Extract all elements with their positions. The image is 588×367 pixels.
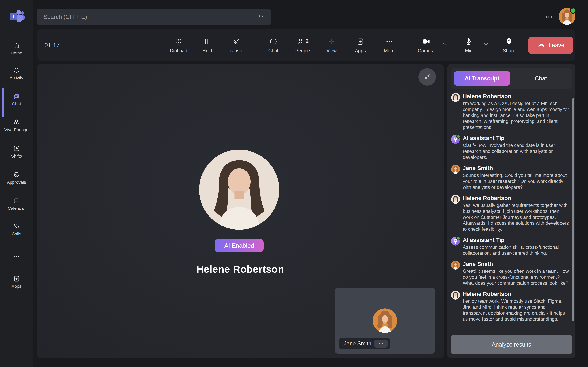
- share-button[interactable]: Share: [495, 29, 523, 61]
- toolbar-button-transfer[interactable]: Transfer: [223, 29, 250, 61]
- message-avatar: [451, 237, 460, 246]
- message-avatar: [451, 195, 460, 204]
- pause-icon: [203, 37, 212, 46]
- grid-icon: [327, 37, 336, 46]
- tab-chat[interactable]: Chat: [513, 71, 569, 86]
- hangup-icon: [537, 41, 546, 50]
- user-avatar[interactable]: [559, 8, 575, 25]
- toolbar-button-label: People: [295, 48, 310, 53]
- sidebar-item-label: Home: [11, 51, 22, 56]
- sidebar-item-label: Chat: [12, 101, 21, 106]
- transcript-message: Helene Robertson I'm working as a UX/UI …: [451, 93, 570, 130]
- sidebar-item-label: Shifts: [11, 154, 22, 158]
- message-avatar: [451, 135, 460, 144]
- mic-options-chevron-down-icon[interactable]: [482, 40, 490, 49]
- toolbar-button-more[interactable]: More: [375, 29, 403, 61]
- svg-text:T: T: [12, 13, 15, 19]
- leave-button[interactable]: Leave: [528, 37, 573, 54]
- panel-tabs: AI Transcript Chat: [451, 68, 572, 89]
- sidebar-item-shifts[interactable]: Shifts: [0, 145, 33, 166]
- toolbar-button-label: Dial pad: [170, 48, 187, 53]
- calendar-icon: [13, 197, 20, 204]
- toolbar-button-view[interactable]: View: [318, 29, 345, 61]
- collapse-view-button[interactable]: [418, 68, 436, 86]
- teams-app-window: T HomeActivityChatViva EngageShiftsAppro…: [0, 0, 588, 367]
- camera-options-chevron-down-icon[interactable]: [441, 40, 450, 49]
- message-text: Clarify how involved the candidate is in…: [463, 142, 570, 160]
- pip-avatar: [373, 309, 397, 333]
- people-icon: 2: [297, 37, 309, 46]
- sidebar-item-apps[interactable]: Apps: [0, 275, 33, 297]
- dialpad-icon: [174, 37, 183, 46]
- apps-icon: [13, 275, 20, 283]
- toolbar-divider: [255, 36, 255, 54]
- ai-enabled-badge: AI Enabled: [215, 239, 264, 252]
- teams-logo-icon[interactable]: T: [9, 9, 25, 24]
- mic-label: Mic: [465, 48, 472, 53]
- sidebar-item-viva-engage[interactable]: Viva Engage: [0, 118, 33, 140]
- home-icon: [13, 42, 20, 49]
- toolbar-button-apps[interactable]: Apps: [346, 29, 374, 61]
- pip-tile: Jane Smith: [335, 288, 435, 354]
- active-item-indicator: [2, 87, 4, 117]
- tab-ai-transcript[interactable]: AI Transcript: [454, 71, 510, 86]
- speaker-name: Jane Smith: [463, 165, 570, 172]
- transcript-message: Helene Robertson I enjoy teamwork. We mo…: [451, 291, 570, 322]
- transcript-message: Jane Smith Sounds interesting. Could you…: [451, 165, 570, 190]
- speaker-name: Helene Robertson: [463, 93, 570, 100]
- transcript-message: Helene Robertson Yes, we usually gather …: [451, 195, 570, 232]
- ellipsis-icon: [377, 340, 384, 347]
- message-text: Assess communication skills, cross-funct…: [463, 244, 570, 256]
- app-sidebar: T HomeActivityChatViva EngageShiftsAppro…: [0, 0, 33, 367]
- viva-engage-icon: [13, 118, 20, 126]
- mic-icon: [464, 37, 473, 46]
- toolbar-button-chat[interactable]: Chat: [259, 29, 287, 61]
- toolbar-button-label: More: [384, 48, 395, 53]
- message-text: Yes, we usually gather requirements toge…: [463, 202, 570, 232]
- leave-label: Leave: [548, 42, 564, 49]
- toolbar-button-label: Chat: [268, 48, 278, 53]
- message-text: Sounds interesting. Could you tell me mo…: [463, 172, 570, 190]
- toolbar-button-label: Apps: [355, 48, 366, 53]
- sidebar-item-calendar[interactable]: Calendar: [0, 197, 33, 218]
- toolbar-button-dialpad[interactable]: Dial pad: [165, 29, 192, 61]
- participant-name: Helene Robertson: [37, 263, 444, 275]
- pip-more-button[interactable]: [374, 340, 388, 348]
- sidebar-item-activity[interactable]: Activity: [0, 67, 33, 88]
- panel-scrollbar[interactable]: [572, 98, 574, 321]
- message-avatar: [451, 165, 460, 174]
- speaker-name: Jane Smith: [463, 261, 570, 267]
- ai-presence-dot: [456, 236, 460, 240]
- toolbar-button-label: Hold: [202, 48, 212, 53]
- sidebar-item-label: Viva Engage: [4, 127, 28, 132]
- sidebar-item-calls[interactable]: Calls: [0, 223, 33, 244]
- toolbar-button-hold[interactable]: Hold: [194, 29, 221, 61]
- more-menu-button[interactable]: [542, 12, 556, 22]
- message-text: I enjoy teamwork. We mostly use Slack, F…: [463, 298, 570, 322]
- camera-label: Camera: [418, 48, 435, 53]
- transfer-icon: [232, 37, 241, 46]
- search-placeholder: Search (Ctrl + E): [43, 14, 258, 20]
- sidebar-item-approvals[interactable]: Approvals: [0, 171, 33, 192]
- phone-icon: [13, 223, 20, 230]
- message-avatar: [451, 93, 460, 102]
- share-label: Share: [503, 48, 516, 53]
- analyze-results-button[interactable]: Analyze results: [451, 334, 572, 354]
- ellipsis-icon: [385, 37, 394, 46]
- search-input[interactable]: Search (Ctrl + E): [37, 8, 271, 25]
- toolbar-button-label: View: [327, 48, 337, 53]
- sidebar-item-chat[interactable]: Chat: [0, 93, 33, 114]
- apps-icon: [356, 37, 365, 46]
- speaker-name: Helene Robertson: [463, 291, 570, 297]
- presence-indicator: [570, 7, 576, 14]
- sidebar-item-label: Apps: [12, 284, 21, 289]
- ai-presence-dot: [456, 134, 460, 139]
- camera-button[interactable]: Camera: [413, 29, 440, 61]
- toolbar-button-label: Transfer: [227, 48, 245, 53]
- participant-avatar: [199, 150, 279, 230]
- sidebar-item-more[interactable]: [0, 253, 33, 274]
- chat-bubble-filled-icon: [13, 93, 20, 100]
- toolbar-button-people[interactable]: 2 People: [289, 29, 316, 61]
- mic-button[interactable]: Mic: [455, 29, 483, 61]
- sidebar-item-home[interactable]: Home: [0, 42, 33, 63]
